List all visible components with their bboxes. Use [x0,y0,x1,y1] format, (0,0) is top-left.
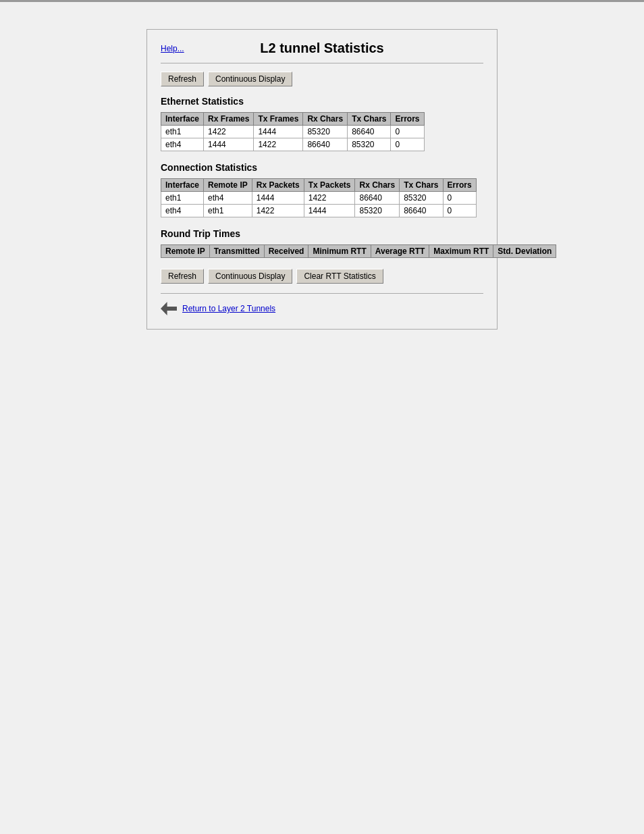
table-cell: 86640 [348,126,391,138]
table-cell: 1444 [252,192,304,205]
table-cell: 0 [391,138,424,151]
refresh-button-top[interactable]: Refresh [161,72,204,86]
connection-statistics-title: Connection Statistics [161,162,483,173]
help-link[interactable]: Help... [161,44,184,53]
table-cell: 1444 [204,138,254,151]
eth-col-header: Rx Frames [204,113,254,126]
table-cell: 86640 [303,138,348,151]
round-trip-times-title: Round Trip Times [161,228,483,239]
refresh-button-bottom[interactable]: Refresh [161,269,204,284]
conn-col-header: Rx Packets [252,179,304,192]
table-row: eth4eth11422144485320866400 [161,205,477,217]
rtt-col-header: Maximum RTT [429,245,493,258]
table-cell: 85320 [355,205,400,217]
table-cell: 0 [443,205,476,217]
table-cell: 0 [391,126,424,138]
conn-col-header: Interface [161,179,204,192]
table-cell: 85320 [303,126,348,138]
conn-col-header: Errors [443,179,476,192]
rtt-col-header: Std. Deviation [493,245,556,258]
eth-col-header: Rx Chars [303,113,348,126]
clear-statistics-button[interactable]: Clear RTT Statistics [296,269,383,284]
table-cell: 1422 [252,205,304,217]
table-cell: eth1 [204,205,252,217]
header-divider [161,63,483,63]
eth-col-header: Tx Chars [348,113,391,126]
bottom-button-row: Refresh Continuous Display Clear RTT Sta… [161,269,483,284]
table-row: eth1eth41444142286640853200 [161,192,477,205]
ethernet-statistics-table: InterfaceRx FramesTx FramesRx CharsTx Ch… [161,112,425,151]
table-cell: 85320 [400,192,443,205]
table-cell: eth1 [161,192,204,205]
continuous-display-button-top[interactable]: Continuous Display [208,72,292,86]
table-cell: eth4 [161,205,204,217]
rtt-col-header: Average RTT [371,245,429,258]
footer-divider [161,293,483,294]
ethernet-statistics-title: Ethernet Statistics [161,96,483,107]
table-cell: 1444 [304,205,355,217]
table-cell: 0 [443,192,476,205]
rtt-col-header: Transmitted [209,245,264,258]
conn-col-header: Rx Chars [355,179,400,192]
panel-header: Help... L2 tunnel Statistics [161,41,483,56]
eth-col-header: Errors [391,113,424,126]
table-cell: 1444 [254,126,303,138]
rtt-table: Remote IPTransmittedReceivedMinimum RTTA… [161,244,556,258]
return-link[interactable]: Return to Layer 2 Tunnels [182,304,275,313]
back-arrow-icon [161,302,177,315]
top-button-row: Refresh Continuous Display [161,72,483,86]
rtt-col-header: Minimum RTT [308,245,371,258]
conn-col-header: Remote IP [204,179,252,192]
continuous-display-button-bottom[interactable]: Continuous Display [208,269,292,284]
table-cell: eth1 [161,126,204,138]
table-cell: eth4 [204,192,252,205]
eth-col-header: Tx Frames [254,113,303,126]
page-title: L2 tunnel Statistics [161,41,483,56]
table-cell: eth4 [161,138,204,151]
table-cell: 1422 [254,138,303,151]
connection-statistics-table: InterfaceRemote IPRx PacketsTx PacketsRx… [161,178,477,217]
rtt-col-header: Remote IP [161,245,210,258]
table-cell: 85320 [348,138,391,151]
table-row: eth41444142286640853200 [161,138,425,151]
table-cell: 86640 [400,205,443,217]
main-panel: Help... L2 tunnel Statistics Refresh Con… [146,29,498,330]
table-row: eth11422144485320866400 [161,126,425,138]
return-row: Return to Layer 2 Tunnels [161,302,483,315]
conn-col-header: Tx Packets [304,179,355,192]
conn-col-header: Tx Chars [400,179,443,192]
eth-col-header: Interface [161,113,204,126]
table-cell: 1422 [304,192,355,205]
rtt-col-header: Received [264,245,308,258]
table-cell: 86640 [355,192,400,205]
table-cell: 1422 [204,126,254,138]
